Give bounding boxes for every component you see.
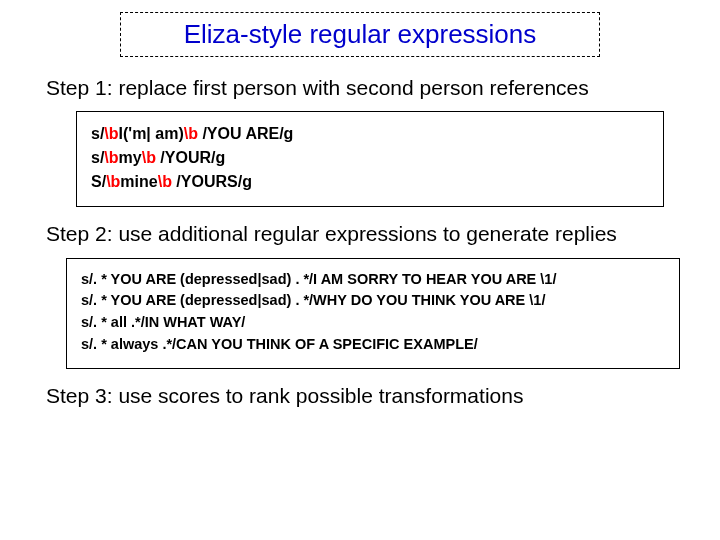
regex-block-2: s/. * YOU ARE (depressed|sad) . */I AM S… (66, 258, 680, 369)
step-1-text: Step 1: replace first person with second… (46, 75, 684, 101)
code-fragment: s/ (91, 125, 104, 142)
regex-line: s/. * all .*/IN WHAT WAY/ (81, 312, 665, 334)
escape-sequence: \b (142, 149, 156, 166)
title-box: Eliza-style regular expressions (120, 12, 600, 57)
escape-sequence: \b (158, 173, 172, 190)
escape-sequence: \b (104, 125, 118, 142)
regex-line: s/. * YOU ARE (depressed|sad) . */I AM S… (81, 269, 665, 291)
code-fragment: mine (120, 173, 157, 190)
escape-sequence: \b (106, 173, 120, 190)
escape-sequence: \b (104, 149, 118, 166)
regex-line: s/. * always .*/CAN YOU THINK OF A SPECI… (81, 334, 665, 356)
code-fragment: s/ (91, 149, 104, 166)
code-fragment: /YOURS/g (172, 173, 252, 190)
regex-line: s/. * YOU ARE (depressed|sad) . */WHY DO… (81, 290, 665, 312)
escape-sequence: \b (184, 125, 198, 142)
regex-line: S/\bmine\b /YOURS/g (91, 170, 649, 194)
code-fragment: I('m| am) (119, 125, 184, 142)
regex-block-1: s/\bI('m| am)\b /YOU ARE/g s/\bmy\b /YOU… (76, 111, 664, 207)
step-2-text: Step 2: use additional regular expressio… (46, 221, 684, 247)
code-fragment: /YOUR/g (156, 149, 225, 166)
step-3-text: Step 3: use scores to rank possible tran… (46, 383, 684, 409)
code-fragment: S/ (91, 173, 106, 190)
regex-line: s/\bI('m| am)\b /YOU ARE/g (91, 122, 649, 146)
code-fragment: /YOU ARE/g (198, 125, 293, 142)
slide-title: Eliza-style regular expressions (184, 19, 537, 49)
regex-line: s/\bmy\b /YOUR/g (91, 146, 649, 170)
code-fragment: my (119, 149, 142, 166)
